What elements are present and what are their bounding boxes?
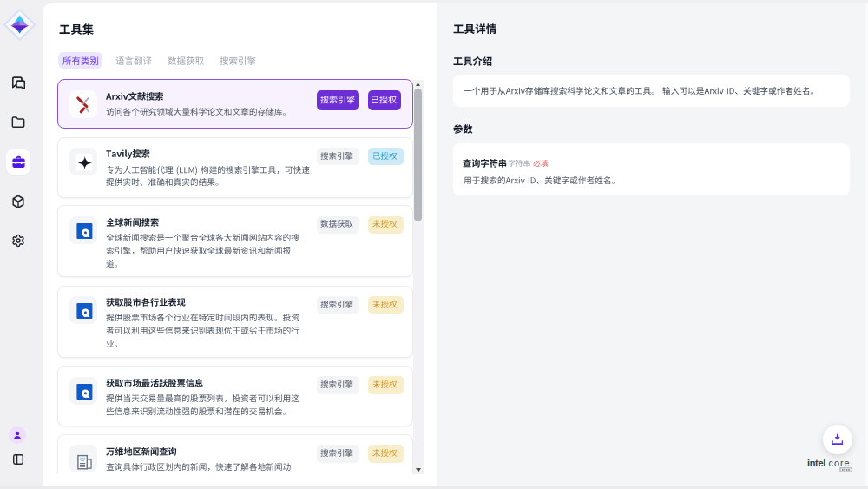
svg-text:core: core (829, 458, 851, 468)
svg-text:intel: intel (807, 458, 825, 468)
